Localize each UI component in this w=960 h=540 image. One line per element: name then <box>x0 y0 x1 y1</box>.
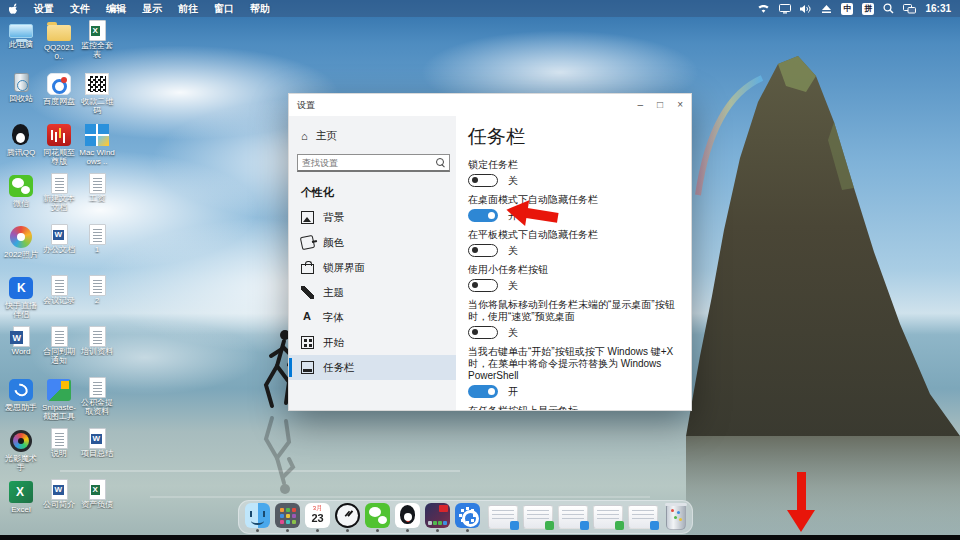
dock-app[interactable] <box>335 503 360 532</box>
desktop-icon[interactable]: Mac Windows .. <box>78 122 116 173</box>
desktop-icon[interactable]: 会议记录 <box>40 275 78 326</box>
menu-item[interactable]: 前往 <box>178 2 198 16</box>
settings-sidebar: ⌂ 主页 个性化 背景 <box>289 116 456 410</box>
toggle-switch[interactable] <box>468 385 498 398</box>
menu-item[interactable]: 文件 <box>70 2 90 16</box>
close-button[interactable]: × <box>677 100 683 110</box>
desktop-icon[interactable]: Snipaste-截图工具 <box>40 377 78 428</box>
desktop-icon[interactable]: 百度网盘 <box>40 71 78 122</box>
desktop-icon[interactable]: 同花顺至尊版 <box>40 122 78 173</box>
desktop-icon-glyph <box>13 326 30 347</box>
sidebar-item[interactable]: 颜色 <box>289 230 456 255</box>
desktop-icon[interactable]: 微信 <box>2 173 40 224</box>
eject-icon[interactable] <box>821 4 832 14</box>
display-icon[interactable] <box>779 4 791 14</box>
desktop-icon[interactable]: 合同到期通知 <box>40 326 78 377</box>
toggle-switch[interactable] <box>468 244 498 257</box>
window-controls: – □ × <box>638 100 683 110</box>
desktop-icon[interactable]: QQ20210.. <box>40 20 78 71</box>
sidebar-item[interactable]: 背景 <box>289 205 456 230</box>
desktop-icon[interactable]: 快手直播伴侣 <box>2 275 40 326</box>
desktop-icon[interactable]: 资产负债 <box>78 479 116 530</box>
minimize-button[interactable]: – <box>638 100 644 110</box>
desktop-icon[interactable]: 腾讯QQ <box>2 122 40 173</box>
dock-app[interactable] <box>425 503 450 532</box>
toggle-switch[interactable] <box>468 209 498 222</box>
desktop-icon[interactable]: 2022照片 <box>2 224 40 275</box>
desktop-icon[interactable]: 2 <box>78 275 116 326</box>
desktop-icon[interactable]: 项目总结 <box>78 428 116 479</box>
desktop-icon[interactable]: Excel <box>2 479 40 530</box>
mirror-icon[interactable] <box>903 4 916 14</box>
desktop-icon[interactable]: 公司简介 <box>40 479 78 530</box>
search-icon[interactable] <box>883 3 894 14</box>
sidebar-item[interactable]: 字体 <box>289 305 456 330</box>
input-pinyin-badge[interactable]: 拼 <box>862 3 874 15</box>
setting-label: 使用小任务栏按钮 <box>468 264 681 276</box>
desktop-icon-glyph <box>14 73 29 92</box>
desktop-icon[interactable]: Word <box>2 326 40 377</box>
page-title: 任务栏 <box>468 124 681 150</box>
menu-item[interactable]: 设置 <box>34 2 54 16</box>
desktop-icon[interactable]: 监控全套表 <box>78 20 116 71</box>
dock-app[interactable] <box>365 503 390 532</box>
menu-bar-clock[interactable]: 16:31 <box>925 3 951 14</box>
desktop-icon[interactable]: 1 <box>78 224 116 275</box>
desktop-icon[interactable]: 新建文本文档 <box>40 173 78 224</box>
minimized-window-thumbnail[interactable] <box>523 505 553 529</box>
menu-item[interactable]: 编辑 <box>106 2 126 16</box>
dock-app[interactable]: 3月 23 <box>305 503 330 532</box>
desktop-icon[interactable]: 此电脑 <box>2 20 40 71</box>
minimized-window-thumbnail[interactable] <box>593 505 623 529</box>
sidebar-item-icon <box>301 286 314 299</box>
running-indicator-dot <box>406 529 409 532</box>
minimized-window-thumbnail[interactable] <box>488 505 518 529</box>
calendar-month: 3月 <box>305 505 330 512</box>
desktop-icon[interactable]: 回收站 <box>2 71 40 122</box>
desktop-icon[interactable]: 培训资料 <box>78 326 116 377</box>
desktop-icon-glyph <box>51 224 68 245</box>
dock-app[interactable] <box>245 503 270 532</box>
sidebar-item[interactable]: 任务栏 <box>289 355 456 380</box>
sidebar-item[interactable]: 开始 <box>289 330 456 355</box>
settings-search-box[interactable] <box>297 154 450 172</box>
apple-menu[interactable] <box>9 3 19 15</box>
desktop-icon-label: 办公文档 <box>40 245 78 254</box>
desktop-icon-glyph <box>89 326 106 347</box>
input-zh-badge[interactable]: 中 <box>841 3 853 15</box>
dock-app[interactable] <box>275 503 300 532</box>
desktop-icon[interactable]: 办公文档 <box>40 224 78 275</box>
sidebar-item[interactable]: 主题 <box>289 280 456 305</box>
sidebar-section-label: 个性化 <box>301 185 456 200</box>
desktop-icon[interactable]: 爱思助手 <box>2 377 40 428</box>
dock-app[interactable] <box>395 503 420 532</box>
running-indicator-dot <box>346 529 349 532</box>
desktop-icon-label: 光影魔术手 <box>2 454 40 472</box>
menu-item[interactable]: 窗口 <box>214 2 234 16</box>
minimized-window-thumbnail[interactable] <box>558 505 588 529</box>
desktop-icon-label: Excel <box>2 505 40 514</box>
desktop-icon[interactable]: 工资 <box>78 173 116 224</box>
trash-icon[interactable] <box>666 504 686 530</box>
maximize-button[interactable]: □ <box>657 100 663 110</box>
toggle-switch[interactable] <box>468 279 498 292</box>
sidebar-item-home[interactable]: ⌂ 主页 <box>301 126 456 146</box>
wet-sand-streak <box>150 496 650 498</box>
desktop-icon[interactable]: 公积金提取资料 <box>78 377 116 428</box>
toggle-switch[interactable] <box>468 326 498 339</box>
desktop-icon[interactable]: 收款二维码 <box>78 71 116 122</box>
wifi-icon[interactable] <box>757 4 770 14</box>
menu-item[interactable]: 显示 <box>142 2 162 16</box>
home-label: 主页 <box>316 129 337 143</box>
desktop-icon-label: 说明 <box>40 449 78 458</box>
dock-app[interactable] <box>455 503 480 532</box>
menu-item[interactable]: 帮助 <box>250 2 270 16</box>
volume-icon[interactable] <box>800 4 812 14</box>
desktop-icon[interactable]: 说明 <box>40 428 78 479</box>
minimized-window-thumbnail[interactable] <box>628 505 658 529</box>
window-titlebar[interactable]: 设置 – □ × <box>289 94 691 116</box>
toggle-switch[interactable] <box>468 174 498 187</box>
desktop-icon[interactable]: 光影魔术手 <box>2 428 40 479</box>
sidebar-item[interactable]: 锁屏界面 <box>289 255 456 280</box>
settings-search-input[interactable] <box>302 158 436 168</box>
